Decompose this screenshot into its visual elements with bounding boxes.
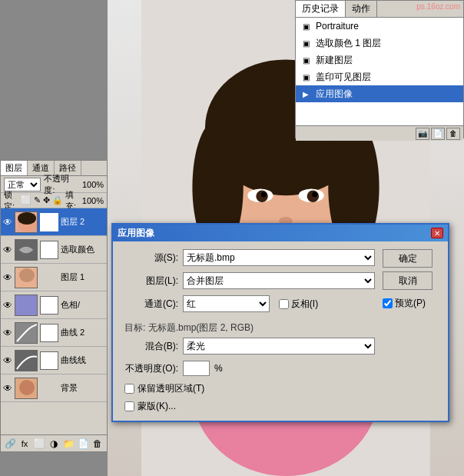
- layer-mask-spacer-layer1: [40, 268, 58, 287]
- source-label: 源(S):: [124, 251, 178, 265]
- watermark-text: ps.16oz.com: [413, 1, 463, 12]
- effects-icon[interactable]: fx: [18, 438, 31, 450]
- fill-value: 100%: [82, 196, 104, 205]
- layer-thumb-layer1: [15, 267, 38, 288]
- lock-image-icon[interactable]: ✎: [34, 195, 41, 205]
- dialog-form: 源(S): 无标题.bmp 图层(L): 合并图层 通道(C): 红: [124, 249, 375, 413]
- apply-image-dialog: 应用图像 ✕ 源(S): 无标题.bmp 图层(L): 合并图层: [111, 223, 449, 422]
- preserve-transparency-checkbox[interactable]: [124, 384, 134, 394]
- opacity-unit: %: [214, 363, 223, 374]
- history-item-color-select[interactable]: ▣ 选取颜色 1 图层: [296, 35, 463, 52]
- layer-name-curveline: 曲线线: [61, 355, 86, 366]
- svg-point-12: [261, 192, 267, 198]
- layer-select[interactable]: 合并图层: [183, 272, 375, 289]
- source-row: 源(S): 无标题.bmp: [124, 249, 375, 266]
- svg-rect-20: [15, 295, 38, 316]
- invert-checkbox[interactable]: [279, 299, 289, 309]
- layer-item-layer1[interactable]: 👁 图层 1: [1, 264, 107, 291]
- layer-item-bg[interactable]: 👁 背景: [1, 374, 107, 402]
- cancel-button[interactable]: 取消: [383, 271, 433, 290]
- layer-thumb-layer2: [15, 211, 38, 233]
- tab-actions[interactable]: 动作: [346, 1, 377, 17]
- layer-name-hue: 色相/: [61, 299, 80, 311]
- layers-lock-row: 锁定: ⬜ ✎ ✥ 🔒 填充: 100%: [1, 193, 107, 208]
- opacity-input[interactable]: 70: [183, 361, 210, 376]
- opacity-value: 100%: [82, 180, 104, 189]
- svg-point-13: [312, 192, 317, 198]
- layer-eye-bg[interactable]: 👁: [2, 383, 13, 394]
- history-panel-toolbar: 📷 📄 🗑: [296, 125, 463, 141]
- dialog-title: 应用图像: [118, 227, 154, 240]
- dialog-titlebar: 应用图像 ✕: [113, 225, 448, 241]
- layer-name-layer2: 图层 2: [61, 216, 85, 228]
- dialog-body: 源(S): 无标题.bmp 图层(L): 合并图层 通道(C): 红: [113, 241, 448, 421]
- layer-mask-hue: [40, 296, 58, 315]
- history-icon-color-select: ▣: [299, 36, 313, 50]
- layer-thumb-bg: [15, 378, 38, 399]
- svg-point-19: [19, 268, 35, 282]
- folder-icon[interactable]: 📁: [62, 438, 75, 450]
- layer-mask-color-select: [40, 241, 58, 259]
- new-layer-icon[interactable]: 📄: [77, 438, 89, 450]
- layer-thumb-color-select: [15, 239, 38, 261]
- link-icon[interactable]: 🔗: [4, 438, 16, 450]
- invert-checkbox-label[interactable]: 反相(I): [279, 298, 318, 311]
- layer-eye-curve2[interactable]: 👁: [2, 328, 13, 338]
- preview-checkbox[interactable]: [383, 298, 393, 308]
- channel-row: 通道(C): 红 反相(I): [124, 295, 375, 312]
- svg-point-24: [19, 380, 35, 395]
- layer-item-curveline[interactable]: 👁 曲线线: [1, 347, 107, 374]
- layer-row: 图层(L): 合并图层: [124, 272, 375, 289]
- layer-name-layer1: 图层 1: [61, 271, 85, 283]
- history-item-portraiture[interactable]: ▣ Portraiture: [296, 18, 463, 35]
- layer-eye-layer2[interactable]: 👁: [2, 217, 13, 228]
- mask-checkbox[interactable]: [124, 401, 134, 411]
- mask-label[interactable]: 蒙版(K)...: [124, 400, 375, 413]
- layer-item-color-select[interactable]: 👁 选取颜色: [1, 236, 107, 264]
- blend-select[interactable]: 柔光: [183, 338, 375, 355]
- blend-row: 混合(B): 柔光: [124, 338, 375, 355]
- layer-eye-layer1[interactable]: 👁: [2, 272, 13, 283]
- confirm-button[interactable]: 确定: [383, 249, 433, 268]
- dialog-close-button[interactable]: ✕: [431, 228, 443, 238]
- layer-item-curve2[interactable]: 👁 曲线 2: [1, 319, 107, 347]
- history-new-document-btn[interactable]: 📄: [431, 128, 445, 140]
- preserve-transparency-label[interactable]: 保留透明区域(T): [124, 382, 375, 395]
- lock-position-icon[interactable]: ✥: [43, 195, 50, 205]
- history-delete-btn[interactable]: 🗑: [446, 128, 460, 140]
- layer-label: 图层(L):: [124, 275, 178, 288]
- layer-eye-color-select[interactable]: 👁: [2, 245, 13, 255]
- blend-label: 混合(B):: [124, 340, 178, 353]
- source-select[interactable]: 无标题.bmp: [183, 249, 375, 266]
- layer-mask-curve2: [40, 324, 58, 342]
- history-list: ▣ Portraiture ▣ 选取颜色 1 图层 ▣ 新建图层 ▣ 盖印可见图…: [296, 18, 463, 125]
- history-item-stamp[interactable]: ▣ 盖印可见图层: [296, 68, 463, 85]
- delete-layer-icon[interactable]: 🗑: [91, 438, 104, 450]
- preview-label[interactable]: 预览(P): [383, 297, 436, 310]
- layer-thumb-curveline: [15, 350, 38, 371]
- channel-label: 通道(C):: [124, 298, 178, 311]
- layer-mask-curveline: [40, 351, 58, 370]
- history-item-new-layer[interactable]: ▣ 新建图层: [296, 52, 463, 68]
- tab-history[interactable]: 历史记录: [296, 1, 346, 17]
- add-mask-icon[interactable]: ⬜: [33, 438, 45, 450]
- lock-transparent-icon[interactable]: ⬜: [21, 195, 31, 205]
- layer-item-layer2[interactable]: 👁 图层 2: [1, 208, 107, 236]
- history-new-snapshot-btn[interactable]: 📷: [416, 128, 429, 140]
- dialog-opacity-label: 不透明度(O):: [124, 362, 178, 375]
- channel-select[interactable]: 红: [183, 295, 270, 312]
- layer-item-hue[interactable]: 👁 色相/: [1, 291, 107, 319]
- svg-rect-22: [15, 351, 38, 371]
- layer-name-color-select: 选取颜色: [61, 244, 94, 255]
- history-item-apply-image[interactable]: ▶ 应用图像: [296, 85, 463, 102]
- layers-panel: 图层 通道 路径 正常 不透明度: 100% 锁定: ⬜ ✎ ✥ 🔒 填充: 1…: [0, 160, 108, 452]
- target-row: 目标: 无标题.bmp(图层 2, RGB): [124, 318, 375, 338]
- layer-eye-curveline[interactable]: 👁: [2, 355, 13, 366]
- target-label: 目标:: [124, 322, 145, 333]
- tab-layers[interactable]: 图层: [1, 161, 28, 175]
- adjustment-icon[interactable]: ◑: [48, 438, 60, 450]
- layer-eye-hue[interactable]: 👁: [2, 300, 13, 311]
- target-value: 无标题.bmp(图层 2, RGB): [148, 322, 254, 333]
- apply-image-dialog-overlay: 应用图像 ✕ 源(S): 无标题.bmp 图层(L): 合并图层: [111, 223, 449, 461]
- lock-all-icon[interactable]: 🔒: [52, 195, 63, 205]
